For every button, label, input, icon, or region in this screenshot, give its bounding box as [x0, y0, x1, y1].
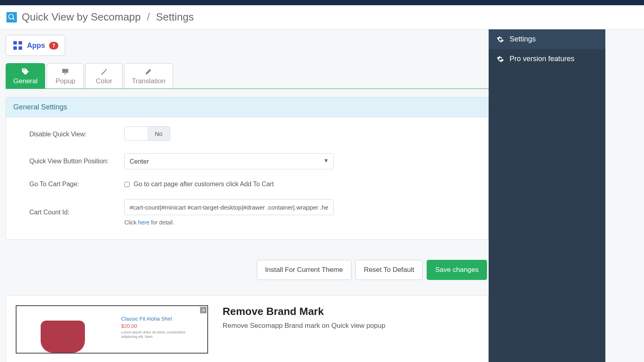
reset-default-button[interactable]: Reset To Default — [355, 260, 423, 280]
field-cart-count-id: Cart Count Id: Click here for detail. — [13, 199, 481, 226]
go-to-cart-checkbox[interactable]: Go to cart page after customers click Ad… — [124, 181, 350, 188]
breadcrumb-separator: / — [147, 11, 150, 23]
promo-panel: ✕ Classic Fit Aloha Shirt $20.00 Lorem i… — [6, 295, 489, 362]
panel-title: General Settings — [6, 97, 488, 117]
tab-popup[interactable]: Popup — [47, 63, 84, 88]
tag-icon — [21, 68, 29, 76]
checkbox-label: Go to cart page after customers click Ad… — [134, 181, 274, 188]
field-disable-quick-view: Disable Quick View: No — [13, 126, 481, 142]
tab-label: Translation — [132, 77, 165, 85]
disable-quick-view-toggle[interactable]: No — [124, 126, 170, 141]
apps-button-label: Apps — [27, 41, 45, 50]
tab-label: Popup — [56, 77, 75, 85]
desktop-icon — [61, 68, 69, 76]
preview-product-title: Classic Fit Aloha Shirt — [121, 316, 172, 322]
field-label: Go To Cart Page: — [13, 181, 124, 188]
apps-badge: 7 — [49, 42, 58, 49]
tabs: General Popup Color Translation — [6, 63, 489, 89]
promo-preview: ✕ Classic Fit Aloha Shirt $20.00 Lorem i… — [16, 305, 208, 354]
apps-button[interactable]: Apps 7 — [6, 35, 65, 56]
breadcrumb-text: Quick View by Secomapp / Settings — [22, 11, 194, 23]
svg-rect-2 — [13, 46, 17, 50]
sidebar-item-label: Settings — [510, 35, 536, 43]
breadcrumb-app[interactable]: Quick View by Secomapp — [22, 11, 141, 23]
svg-rect-3 — [19, 46, 22, 50]
sidebar-item-pro-features[interactable]: Pro version features — [489, 49, 605, 69]
field-label: Cart Count Id: — [13, 209, 124, 216]
breadcrumb-page: Settings — [156, 11, 194, 23]
tab-translation[interactable]: Translation — [124, 63, 173, 88]
help-prefix: Click — [124, 219, 138, 226]
apps-grid-icon — [12, 40, 23, 51]
main-content: Apps 7 General Popup Color Translation G… — [0, 29, 489, 362]
preview-product-price: $20.00 — [121, 323, 137, 329]
sidebar-item-label: Pro version features — [510, 55, 574, 63]
edit-icon — [144, 68, 153, 76]
sidebar: Settings Pro version features — [489, 29, 605, 362]
tab-color[interactable]: Color — [85, 63, 122, 88]
window-topbar — [0, 0, 644, 5]
close-icon: ✕ — [200, 307, 206, 313]
action-bar: Install For Current Theme Reset To Defau… — [6, 260, 489, 280]
gear-icon — [497, 56, 504, 63]
save-changes-button[interactable]: Save changes — [427, 260, 487, 280]
promo-text: Remove Brand Mark Remove Secomapp Brand … — [223, 305, 385, 354]
toggle-empty-half — [125, 127, 147, 140]
field-label: Disable Quick View: — [13, 131, 124, 138]
button-position-select[interactable]: Center ▼ — [124, 153, 334, 169]
go-to-cart-checkbox-input[interactable] — [124, 182, 130, 187]
tab-general[interactable]: General — [6, 63, 45, 88]
breadcrumb: Quick View by Secomapp / Settings — [0, 5, 644, 29]
help-link[interactable]: here — [138, 219, 149, 226]
sidebar-item-settings[interactable]: Settings — [489, 29, 605, 49]
install-theme-button[interactable]: Install For Current Theme — [257, 260, 351, 280]
gear-icon — [497, 36, 504, 43]
product-image-placeholder — [41, 321, 85, 353]
svg-rect-0 — [13, 41, 17, 45]
promo-title: Remove Brand Mark — [223, 305, 385, 318]
wand-icon — [100, 68, 108, 76]
preview-product-desc: Lorem ipsum dolor sit amet, consectetur … — [121, 330, 202, 339]
cart-count-help: Click here for detail. — [124, 219, 350, 226]
field-button-position: Quick View Button Position: Center ▼ — [13, 153, 481, 169]
app-logo-icon — [6, 12, 17, 23]
general-settings-panel: General Settings Disable Quick View: No … — [6, 97, 489, 240]
field-go-to-cart: Go To Cart Page: Go to cart page after c… — [13, 181, 481, 188]
help-suffix: for detail. — [149, 219, 174, 226]
toggle-value: No — [147, 127, 170, 140]
field-label: Quick View Button Position: — [13, 158, 124, 165]
svg-rect-1 — [19, 41, 22, 45]
tab-label: General — [13, 77, 37, 85]
tab-label: Color — [96, 77, 112, 85]
cart-count-id-input[interactable] — [124, 199, 334, 215]
select-value: Center — [124, 153, 334, 169]
promo-desc: Remove Secomapp Brand mark on Quick view… — [223, 322, 385, 330]
